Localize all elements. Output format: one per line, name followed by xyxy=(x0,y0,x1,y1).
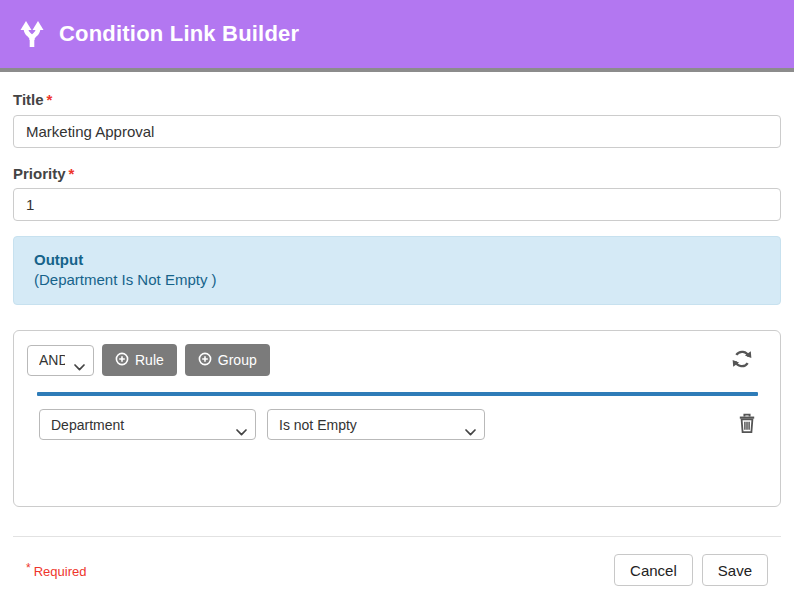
title-label: Title* xyxy=(13,91,781,108)
delete-rule-button[interactable] xyxy=(736,411,758,439)
title-input[interactable] xyxy=(13,115,781,148)
title-field-group: Title* xyxy=(13,91,781,148)
required-note: *Required xyxy=(26,561,86,579)
plus-circle-icon xyxy=(115,352,129,369)
dialog-footer: *Required Cancel Save xyxy=(13,536,781,586)
dialog-header: Condition Link Builder xyxy=(0,0,794,72)
required-asterisk: * xyxy=(47,91,53,108)
add-group-button[interactable]: Group xyxy=(185,344,270,376)
trash-icon xyxy=(738,413,756,437)
footer-buttons: Cancel Save xyxy=(614,554,768,586)
add-rule-button[interactable]: Rule xyxy=(102,344,177,376)
priority-input[interactable] xyxy=(13,188,781,221)
dialog-body: Title* Priority* Output (Department Is N… xyxy=(0,91,794,586)
output-expression: (Department Is Not Empty ) xyxy=(34,270,760,290)
refresh-button[interactable] xyxy=(729,346,755,375)
rule-row: Department Is not Empty xyxy=(39,409,758,440)
split-branch-icon xyxy=(16,18,48,50)
query-builder-panel: AND Rule xyxy=(13,330,781,507)
rule-field-select[interactable]: Department xyxy=(39,409,256,440)
condition-select-wrap: AND xyxy=(27,345,94,376)
cancel-button[interactable]: Cancel xyxy=(614,554,693,586)
operator-select-wrap: Is not Empty xyxy=(267,409,485,440)
plus-circle-icon xyxy=(198,352,212,369)
refresh-icon xyxy=(731,348,753,373)
output-label: Output xyxy=(34,250,760,270)
priority-label: Priority* xyxy=(13,165,781,182)
output-panel: Output (Department Is Not Empty ) xyxy=(13,236,781,305)
add-rule-label: Rule xyxy=(135,352,164,368)
add-group-label: Group xyxy=(218,352,257,368)
builder-group-header: AND Rule xyxy=(27,344,767,376)
page-title: Condition Link Builder xyxy=(59,21,299,47)
condition-select[interactable]: AND xyxy=(27,345,94,376)
priority-field-group: Priority* xyxy=(13,165,781,221)
required-asterisk: * xyxy=(69,165,75,182)
field-select-wrap: Department xyxy=(39,409,256,440)
rule-operator-select[interactable]: Is not Empty xyxy=(267,409,485,440)
save-button[interactable]: Save xyxy=(702,554,768,586)
rule-accent-bar xyxy=(37,392,758,396)
required-asterisk: * xyxy=(26,561,31,575)
required-note-label: Required xyxy=(34,564,87,579)
